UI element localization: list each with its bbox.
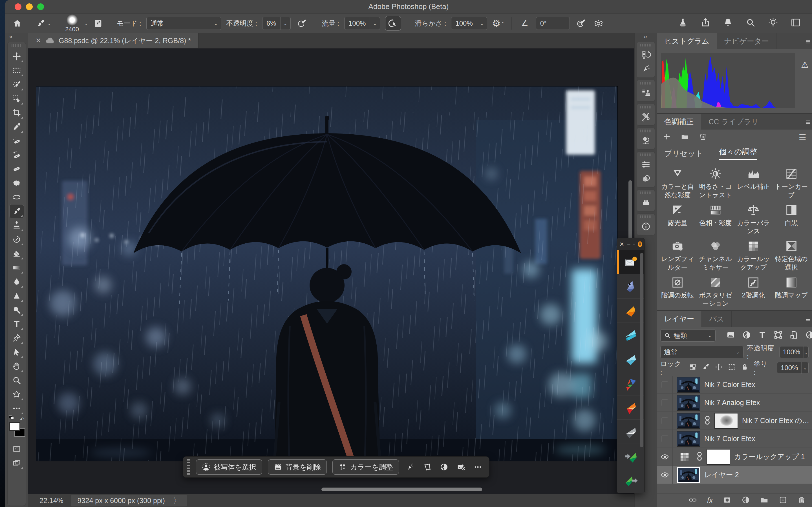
layer-row[interactable]: Nik 7 Analog Efex xyxy=(657,394,812,412)
filter-image-layers-icon[interactable] xyxy=(726,330,735,341)
layer-row[interactable]: カラールックアップ 1 xyxy=(657,448,812,466)
toolbar-expand-button[interactable]: » xyxy=(5,33,28,41)
list-view-icon[interactable]: ☰ xyxy=(799,132,806,142)
subtab-presets[interactable]: プリセット xyxy=(664,149,703,159)
default-colors-button[interactable] xyxy=(9,415,14,420)
visibility-toggle[interactable] xyxy=(657,412,673,430)
share-button[interactable] xyxy=(700,17,711,29)
tool-custom-shape[interactable] xyxy=(9,387,24,401)
screen-mode-button[interactable] xyxy=(9,456,24,470)
adj-vibrance[interactable]: カラーと自然な彩度 xyxy=(659,165,697,200)
adjustment-folder-icon[interactable] xyxy=(680,132,689,142)
tool-zoom[interactable] xyxy=(9,373,24,387)
visibility-toggle[interactable] xyxy=(657,430,673,448)
notifications-bell-button[interactable] xyxy=(723,17,733,29)
new-group-button[interactable] xyxy=(760,496,769,505)
tool-path-select[interactable] xyxy=(9,345,24,359)
properties-sliders-panel-icon[interactable] xyxy=(639,158,653,172)
tool-marquee[interactable] xyxy=(9,63,24,77)
tool-content-aware-move[interactable] xyxy=(9,190,24,204)
filter-type-layers-icon[interactable] xyxy=(758,330,767,341)
filter-adjustment-layers-icon[interactable] xyxy=(742,330,751,341)
tool-spot-healing[interactable] xyxy=(9,148,24,162)
plugins-panel-icon[interactable] xyxy=(639,195,653,210)
mask-link-icon[interactable] xyxy=(696,451,703,463)
close-tab-icon[interactable]: ✕ xyxy=(36,37,41,45)
tool-pen[interactable] xyxy=(9,331,24,345)
layer-filter-select[interactable]: 種類 ⌄ xyxy=(660,329,716,342)
layer-opacity-input[interactable]: 100%⌄ xyxy=(779,346,809,358)
adj-curves[interactable]: トーンカーブ xyxy=(772,165,811,200)
visibility-toggle[interactable] xyxy=(657,394,673,411)
panel-menu-icon[interactable]: ≡ xyxy=(806,315,810,324)
edit-toolbar-button[interactable] xyxy=(9,401,24,415)
filter-shape-layers-icon[interactable] xyxy=(774,330,783,341)
adj-threshold[interactable]: 2階調化 xyxy=(734,273,772,308)
tool-history-brush[interactable] xyxy=(9,232,24,246)
channels-circles-panel-icon[interactable] xyxy=(639,172,653,186)
photo-canvas[interactable] xyxy=(36,87,617,461)
plugin-item-sharpener-output[interactable] xyxy=(617,468,644,492)
tool-type[interactable] xyxy=(9,317,24,331)
add-adjustment-plus-icon[interactable] xyxy=(663,132,671,142)
add-mask-button[interactable] xyxy=(723,496,731,505)
beta-flask-icon[interactable] xyxy=(678,17,688,29)
panel-menu-icon[interactable]: ≡ xyxy=(806,118,810,127)
smoothing-input[interactable]: 100%⌄ xyxy=(451,17,487,30)
zoom-level[interactable]: 22.14% xyxy=(40,497,63,505)
tool-presets-panel-icon[interactable] xyxy=(639,110,653,124)
adj-selective-color[interactable]: 特定色域の選択 xyxy=(772,237,811,272)
tool-blur[interactable] xyxy=(9,275,24,289)
lock-artboard-icon[interactable] xyxy=(728,363,735,373)
adj-gradient-map[interactable]: 階調マップ xyxy=(772,273,811,308)
tool-preset-button[interactable]: ⌄ xyxy=(36,18,51,28)
lock-position-icon[interactable] xyxy=(715,363,723,373)
adj-levels[interactable]: レベル補正 xyxy=(734,165,772,200)
lock-transparency-icon[interactable] xyxy=(689,363,697,373)
histogram-warning-icon[interactable]: ⚠ xyxy=(801,60,809,69)
remove-background-button[interactable]: 背景を削除 xyxy=(268,459,327,474)
tool-sharpen[interactable] xyxy=(9,289,24,303)
dock-grip[interactable] xyxy=(640,191,652,194)
plugin-settings-icon[interactable] xyxy=(633,241,635,247)
tool-patch[interactable] xyxy=(9,176,24,190)
document-tab[interactable]: ✕ G88.psdc @ 22.1% (レイヤー 2, RGB/8) * xyxy=(28,33,199,48)
dock-grip[interactable] xyxy=(640,44,652,47)
brush-preset-picker[interactable]: 2400 xyxy=(65,14,79,33)
subtab-individual[interactable]: 個々の調整 xyxy=(719,147,757,160)
minimize-window-button[interactable] xyxy=(26,3,33,10)
blend-mode-select[interactable]: 通常⌄ xyxy=(146,17,221,30)
adj-brightness-contrast[interactable]: 明るさ・コントラスト xyxy=(697,165,735,200)
tab-layers[interactable]: レイヤー xyxy=(657,311,702,327)
add-image-button[interactable] xyxy=(455,463,467,471)
tool-selection-brush[interactable] xyxy=(9,77,24,92)
horizontal-scrollbar[interactable] xyxy=(321,488,482,491)
toolbar-grip[interactable] xyxy=(11,44,22,47)
adjustment-trash-icon[interactable] xyxy=(699,132,707,142)
opacity-input[interactable]: 6%⌄ xyxy=(262,17,291,30)
layer-fill-input[interactable]: 100%⌄ xyxy=(777,362,809,374)
canvas-area[interactable]: 被写体を選択 背景を削除 カラーを調整 xyxy=(28,48,635,494)
visibility-toggle[interactable] xyxy=(657,466,673,484)
transform-button[interactable] xyxy=(421,463,433,471)
adjust-color-button[interactable]: カラーを調整 xyxy=(333,459,399,474)
dock-grip[interactable] xyxy=(640,129,652,132)
toggle-brush-settings-button[interactable] xyxy=(93,18,103,28)
adj-channel-mixer[interactable]: チャンネルミキサー xyxy=(697,237,735,272)
status-chevron-icon[interactable]: 〉 xyxy=(173,496,181,505)
swap-colors-button[interactable]: ↶ xyxy=(20,416,24,423)
new-layer-button[interactable] xyxy=(779,496,787,505)
more-options-button[interactable] xyxy=(472,463,484,471)
layer-row-selected[interactable]: レイヤー 2 xyxy=(657,466,812,484)
filter-smart-object-icon[interactable] xyxy=(790,330,799,341)
visibility-toggle[interactable] xyxy=(657,376,673,393)
lock-all-icon[interactable] xyxy=(741,363,749,373)
document-info[interactable]: 9324 px x 6000 px (300 ppi) 〉 xyxy=(71,495,187,506)
adj-black-white[interactable]: 白黒 xyxy=(772,201,811,236)
delete-layer-button[interactable] xyxy=(797,496,806,505)
select-subject-button[interactable]: 被写体を選択 xyxy=(196,459,262,474)
panel-menu-icon[interactable]: ≡ xyxy=(806,37,810,46)
adjustment-button[interactable] xyxy=(439,463,450,471)
collapse-panels-button[interactable]: « xyxy=(635,33,657,42)
adj-photo-filter[interactable]: レンズフィルター xyxy=(659,237,697,272)
